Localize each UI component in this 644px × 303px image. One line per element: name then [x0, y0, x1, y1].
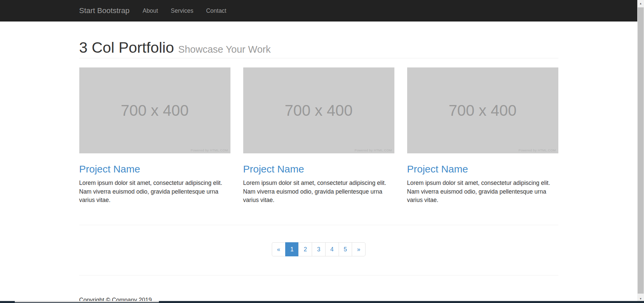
nav-link-about[interactable]: About [136, 0, 165, 21]
page-title: 3 Col Portfolio [79, 39, 174, 56]
vertical-scrollbar-thumb[interactable] [638, 7, 644, 294]
horizontal-scrollbar[interactable] [0, 301, 644, 303]
pagination: « 1 2 3 4 5 » [272, 242, 366, 256]
page-header: 3 Col Portfolio Showcase Your Work [79, 39, 558, 58]
placeholder-dimensions-label: 700 x 400 [285, 101, 352, 119]
pagination-page-5[interactable]: 5 [339, 242, 352, 256]
scroll-up-arrow-icon[interactable]: ▲ [637, 0, 644, 7]
pagination-page-3[interactable]: 3 [312, 242, 326, 256]
portfolio-row: 700 x 400 Powered by HTML.COM Project Na… [79, 67, 558, 205]
footer-divider [79, 275, 558, 275]
pagination-page-4[interactable]: 4 [325, 242, 339, 256]
vertical-scrollbar[interactable]: ▲ ▼ [637, 0, 644, 303]
placeholder-image: 700 x 400 Powered by HTML.COM [243, 67, 394, 153]
portfolio-card: 700 x 400 Powered by HTML.COM Project Na… [79, 67, 230, 205]
project-title-link[interactable]: Project Name [79, 163, 140, 174]
browser-viewport: Start Bootstrap About Services Contact 3… [0, 0, 637, 303]
project-description: Lorem ipsum dolor sit amet, consectetur … [79, 179, 230, 205]
pagination-page-2[interactable]: 2 [298, 242, 312, 256]
portfolio-card: 700 x 400 Powered by HTML.COM Project Na… [407, 67, 558, 205]
pagination-next[interactable]: » [352, 242, 366, 256]
placeholder-watermark: Powered by HTML.COM [518, 148, 556, 152]
placeholder-image: 700 x 400 Powered by HTML.COM [79, 67, 230, 153]
nav-link-services[interactable]: Services [164, 0, 200, 21]
placeholder-watermark: Powered by HTML.COM [354, 148, 392, 152]
navbar: Start Bootstrap About Services Contact [0, 0, 637, 21]
pagination-page-1[interactable]: 1 [285, 242, 299, 256]
pagination-prev[interactable]: « [272, 242, 286, 256]
project-description: Lorem ipsum dolor sit amet, consectetur … [407, 179, 558, 205]
placeholder-image: 700 x 400 Powered by HTML.COM [407, 67, 558, 153]
navbar-links: About Services Contact [136, 0, 233, 21]
navbar-brand[interactable]: Start Bootstrap [79, 6, 130, 15]
nav-link-contact[interactable]: Contact [200, 0, 232, 21]
page-subtitle: Showcase Your Work [178, 44, 271, 55]
placeholder-dimensions-label: 700 x 400 [448, 101, 516, 119]
project-title-link[interactable]: Project Name [243, 163, 304, 174]
horizontal-scrollbar-thumb[interactable] [15, 301, 159, 302]
placeholder-watermark: Powered by HTML.COM [190, 148, 228, 152]
placeholder-dimensions-label: 700 x 400 [121, 101, 188, 119]
project-title-link[interactable]: Project Name [407, 163, 468, 174]
portfolio-card: 700 x 400 Powered by HTML.COM Project Na… [243, 67, 394, 205]
content-divider [79, 225, 558, 225]
project-description: Lorem ipsum dolor sit amet, consectetur … [243, 179, 394, 205]
